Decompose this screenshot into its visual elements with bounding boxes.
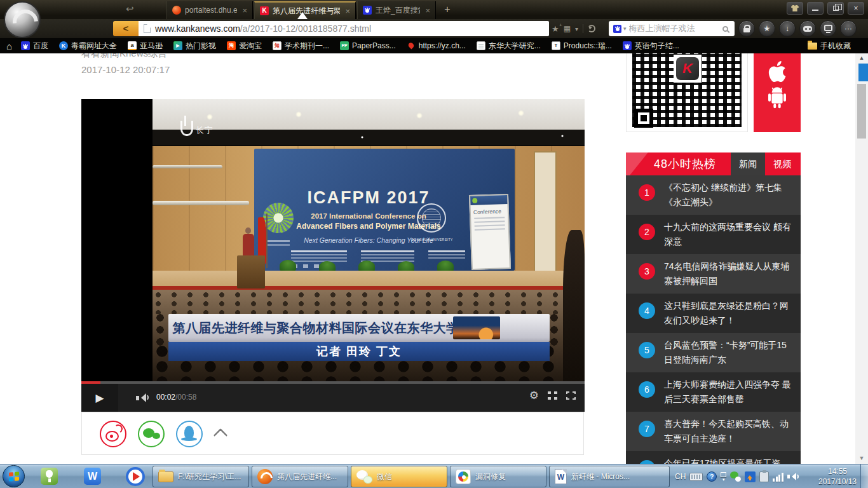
more-button[interactable]: ···	[840, 20, 857, 37]
podium	[237, 255, 265, 288]
list-item[interactable]: 2十九大前的这两场重要会议 颇有深意	[626, 215, 801, 254]
magnifier-icon[interactable]	[722, 26, 728, 32]
flame-icon	[407, 41, 416, 50]
tab-close-icon[interactable]: ×	[345, 6, 350, 16]
bookmark-star-icon[interactable]: ★	[552, 24, 559, 34]
chevron-down-icon[interactable]: ▾	[623, 25, 627, 32]
list-item[interactable]: 5台风蓝色预警：“卡努”可能于15日登陆海南广东	[626, 333, 801, 372]
show-desktop-button[interactable]	[860, 464, 868, 488]
scroll-up-arrow[interactable]: ▲	[855, 55, 868, 61]
cheetah-browser-logo-icon[interactable]	[4, 1, 41, 38]
wechat-share-icon[interactable]	[138, 421, 165, 447]
settings-gear-icon[interactable]: ⚙	[529, 390, 539, 401]
refresh-icon[interactable]	[588, 25, 595, 32]
progress-bar[interactable]	[81, 381, 585, 384]
bookmark-dhu[interactable]: 东华大学研究...	[477, 41, 541, 51]
taskbar-clock[interactable]: 14:55 2017/10/13	[816, 466, 859, 487]
bookmark-taobao[interactable]: 淘爱淘宝	[227, 41, 262, 51]
taskbar-button-folder[interactable]: F:\研究生学习\工...	[153, 466, 249, 487]
search-input[interactable]: ▾ 梅西上演帽子戏法	[609, 21, 735, 36]
chevron-down-icon[interactable]: ▾	[575, 25, 578, 32]
favorites-button[interactable]: ★	[759, 20, 775, 37]
bookmark-baidu[interactable]: 百度	[21, 41, 48, 51]
list-item[interactable]: 8今年已有17地区提高最低工资	[626, 451, 801, 464]
qq-share-icon[interactable]	[176, 421, 203, 447]
taskbar-button-repair[interactable]: 漏洞修复	[450, 466, 546, 487]
updater-tray-icon[interactable]	[745, 471, 756, 482]
bookmark-english[interactable]: 英语句子结...	[623, 41, 679, 51]
back-button[interactable]: <	[113, 21, 139, 36]
video-player-icon[interactable]	[126, 467, 145, 486]
tab-close-icon[interactable]: ×	[242, 6, 247, 15]
skin-button[interactable]	[787, 2, 803, 15]
taskbar-button-wechat[interactable]: 微信	[351, 466, 447, 487]
bookmark-cnki[interactable]: 知学术期刊一...	[273, 41, 329, 51]
icafpm-logo-icon	[263, 203, 294, 233]
volume-tray-icon[interactable]	[787, 472, 799, 482]
list-item[interactable]: 1《不忘初心 继续前进》第七集《永立潮头》	[626, 175, 801, 215]
qr-code-icon[interactable]: ▦	[564, 24, 571, 33]
bookmark-amazon[interactable]: a亚马逊	[128, 41, 163, 51]
start-button[interactable]	[3, 465, 25, 487]
download-button[interactable]: ↓	[779, 20, 796, 37]
home-icon[interactable]: ⌂	[6, 41, 12, 51]
tab-nav-back-icon[interactable]: ↩	[126, 3, 134, 15]
theater-mode-icon[interactable]	[548, 391, 557, 400]
url-field[interactable]: www.kankanews.com/a/2017-10-12/001818587…	[139, 21, 549, 36]
reporter-banner: 记者 田玲 丁文	[168, 342, 550, 361]
apple-logo-icon[interactable]	[764, 53, 790, 84]
play-button[interactable]: ▶	[81, 384, 118, 412]
network-signal-icon[interactable]	[773, 472, 783, 482]
bookmark-yz[interactable]: https://yz.ch...	[407, 41, 466, 50]
lock-button[interactable]	[738, 20, 755, 37]
scroll-down-arrow[interactable]: ▼	[855, 455, 868, 461]
tab-portaltest[interactable]: portaltest.dhu.edu.... ×	[166, 1, 253, 19]
video-screen[interactable]: ICAFPM 2017 2017 International Conferenc…	[81, 99, 585, 381]
show-hidden-icons[interactable]: ▾	[721, 472, 726, 482]
new-tab-button[interactable]: +	[440, 3, 455, 17]
fullscreen-icon[interactable]	[566, 391, 576, 400]
tab-news[interactable]: 新闻	[731, 152, 765, 175]
page-scrollbar[interactable]: ▲ ▼	[855, 53, 868, 464]
bookmark-movies[interactable]: ▶热门影视	[173, 41, 216, 51]
tab-baidu-search[interactable]: 王烨_百度搜索 ×	[357, 1, 436, 19]
weibo-share-icon[interactable]	[100, 421, 126, 447]
bookmark-paperpass[interactable]: PPPaperPass...	[340, 41, 396, 50]
coreldraw-icon[interactable]	[41, 468, 58, 485]
wps-writer-icon[interactable]: W	[84, 468, 101, 485]
device-tray-icon[interactable]	[759, 471, 769, 482]
lock-icon	[743, 28, 750, 32]
minimize-button[interactable]	[807, 2, 824, 15]
games-button[interactable]	[799, 20, 816, 37]
wechat-tray-icon[interactable]	[730, 471, 741, 482]
scrollbar-thumb[interactable]	[857, 84, 866, 139]
keyboard-icon[interactable]	[689, 473, 703, 481]
list-item[interactable]: 7喜大普奔！今天起购买高铁、动车票可自主选座！	[626, 412, 801, 451]
bookmark-duba[interactable]: K毒霸网址大全	[59, 41, 117, 51]
bookmark-products[interactable]: TProducts::瑞...	[552, 41, 612, 51]
tab-close-icon[interactable]: ×	[425, 6, 430, 15]
restore-button[interactable]	[827, 2, 844, 15]
taskbar-button-word[interactable]: W 新纤维 - Micros...	[549, 466, 670, 487]
help-icon[interactable]: ?	[707, 471, 717, 482]
list-item[interactable]: 374名电信网络诈骗嫌疑人从柬埔寨被押解回国	[626, 254, 801, 294]
taskbar-button-browser[interactable]: 第八届先进纤维...	[252, 466, 348, 487]
volume-icon[interactable]	[136, 393, 149, 403]
close-button[interactable]: ×	[848, 2, 864, 15]
taskbar-label: 新纤维 - Micros...	[571, 471, 630, 482]
baidu-search-icon[interactable]	[613, 25, 621, 33]
bookmark-mobile-favorites[interactable]: 手机收藏	[808, 41, 851, 51]
video-center-button[interactable]	[820, 20, 836, 37]
window-controls: ×	[787, 2, 864, 15]
gamepad-icon	[803, 26, 812, 32]
list-item[interactable]: 4这只鞋到底是灰绿还是粉白？网友们又吵起来了！	[626, 294, 801, 333]
browser-chrome: ↩ portaltest.dhu.edu.... × K 第八届先进纤维与聚 ×…	[0, 0, 868, 53]
chevron-up-icon[interactable]	[214, 428, 228, 443]
baidu-icon	[623, 41, 632, 50]
list-item[interactable]: 6上海大师赛费纳进入四强争夺 最后三天赛票全部售罄	[626, 372, 801, 412]
scrollbar-widget[interactable]	[858, 64, 868, 81]
language-indicator[interactable]: CH	[675, 472, 686, 481]
channel-watermark: 长宁	[180, 121, 214, 136]
android-logo-icon[interactable]	[764, 84, 790, 109]
tab-video[interactable]: 视频	[765, 152, 799, 175]
